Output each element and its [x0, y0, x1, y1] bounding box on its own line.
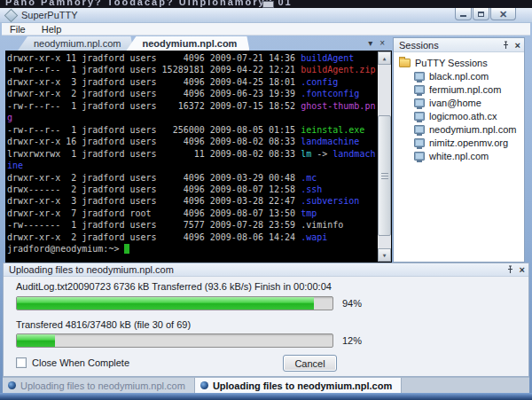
upload-panel-title: Uploading files to neodymium.npl.com [9, 264, 174, 275]
bottom-tab-0[interactable]: Uploading files to neodymium.npl.com [3, 378, 195, 393]
close-icon: ✕ [499, 10, 507, 19]
pin-icon[interactable] [505, 265, 514, 274]
session-tab-1[interactable]: neodymium.npl.com [126, 36, 249, 51]
superputty-window: Pano Pamnory? Toodacap? UInplonamory? 01… [0, 0, 532, 400]
sessions-panel-header: Sessions × [394, 38, 524, 52]
session-item-label: logicmoo.ath.cx [429, 111, 497, 122]
maximize-button[interactable] [473, 8, 489, 20]
session-item-label: black.npl.com [429, 71, 489, 82]
menu-file[interactable]: File [2, 24, 34, 35]
scrollbar-thumb[interactable] [378, 115, 391, 236]
current-file-progressbar [16, 296, 333, 310]
upload-status-icon [8, 381, 16, 389]
terminal-line: -rw-r--r-- 1 jradford users 256000 2009-… [7, 124, 377, 136]
pin-icon[interactable] [501, 41, 510, 50]
terminal-line: drwxr-xr-x 2 jradford users 4096 2009-06… [7, 88, 377, 99]
session-item[interactable]: ivan@home [399, 96, 522, 109]
monitor-icon [414, 112, 425, 121]
scrollbar-grip-icon [381, 173, 388, 174]
terminal-line: drwxr-xr-x 11 jradford users 4096 2009-0… [7, 52, 377, 64]
scroll-down-icon[interactable]: ▼ [378, 248, 391, 262]
upload-status-icon [200, 381, 208, 389]
current-file-status: AuditLog.txt20090723 6736 kB Transferred… [16, 281, 332, 292]
sessions-root-folder[interactable]: PuTTY Sessions [399, 56, 522, 69]
minimize-button[interactable] [455, 8, 472, 20]
background-window-fragment: Pano Pamnory? Toodacap? UInplonamory? 01 [5, 0, 293, 7]
terminal-scrollbar[interactable]: ▲ ▼ [378, 51, 391, 262]
title-bar: SuperPuTTY ✕ [0, 8, 532, 23]
session-item-label: white.npl.com [429, 151, 489, 161]
session-tab-strip: neodymium.npl.comneodymium.npl.com ▾ × [2, 35, 392, 51]
terminal-line: ine [7, 160, 377, 171]
bottom-tab-label: Uploading files to neodymium.npl.com [213, 380, 392, 391]
overall-progress-fill [17, 334, 55, 347]
sessions-panel-title: Sessions [399, 40, 439, 51]
terminal-output: drwxr-xr-x 11 jradford users 4096 2009-0… [7, 52, 377, 263]
upload-panel-header: Uploading files to neodymium.npl.com × [4, 263, 528, 277]
terminal-line: lrwxrwxrwx 1 jradford users 11 2009-08-0… [7, 148, 377, 160]
tab-dropdown-icon[interactable]: ▾ [368, 38, 372, 48]
session-item-label: neodymium.npl.com [429, 124, 516, 135]
session-item[interactable]: nimitz.openmv.org [399, 136, 522, 149]
bottom-tab-label: Uploading files to neodymium.npl.com [20, 380, 185, 391]
background-window-strip: Pano Pamnory? Toodacap? UInplonamory? 01 [0, 0, 532, 8]
terminal-line: drwx------ 2 jradford users 4096 2009-08… [7, 184, 377, 195]
session-item[interactable]: neodymium.npl.com [399, 122, 522, 136]
scroll-up-icon[interactable]: ▲ [378, 51, 391, 65]
window-bottom-border [0, 393, 532, 400]
overall-percent: 12% [342, 335, 362, 346]
terminal-line: drwxr-xr-x 2 jradford users 4096 2009-08… [7, 231, 377, 243]
cancel-button[interactable]: Cancel [283, 355, 337, 372]
tab-close-icon[interactable]: × [379, 38, 385, 48]
window-title: SuperPuTTY [21, 10, 78, 20]
menu-bar: File Help [2, 23, 530, 35]
terminal[interactable]: drwxr-xr-x 11 jradford users 4096 2009-0… [5, 51, 392, 263]
monitor-icon [414, 98, 425, 107]
sessions-root-label: PuTTY Sessions [415, 58, 488, 68]
terminal-line: drwxr-xr-x 3 jradford users 4096 2009-03… [7, 195, 377, 207]
terminal-line: drwxr-xr-x 16 jradford users 4096 2009-0… [7, 136, 377, 147]
session-item-label: nimitz.openmv.org [429, 137, 508, 148]
monitor-icon [414, 72, 425, 81]
close-panel-icon[interactable]: × [515, 41, 520, 50]
terminal-line: g [7, 112, 377, 123]
close-when-complete-label: Close When Complete [32, 357, 129, 368]
close-panel-icon[interactable]: × [520, 265, 525, 274]
close-when-complete-checkbox[interactable] [16, 357, 27, 368]
upload-panel: Uploading files to neodymium.npl.com × A… [3, 263, 529, 377]
terminal-line: -rw-r--r-- 1 jradford users 16372 2009-0… [7, 100, 377, 112]
current-file-percent: 94% [342, 298, 362, 309]
terminal-line: drwxr-xr-x 2 jradford users 4096 2009-03… [7, 172, 377, 184]
session-item[interactable]: white.npl.com [399, 149, 522, 162]
maximize-icon [478, 12, 484, 17]
app-icon [4, 8, 19, 22]
terminal-line: -rw-r--r-- 1 jradford users 15289181 200… [7, 64, 377, 75]
monitor-icon [414, 138, 425, 147]
terminal-line: -rw------- 1 jradford users 7577 2009-07… [7, 219, 377, 231]
overall-progressbar [16, 333, 333, 348]
menu-help[interactable]: Help [34, 24, 70, 35]
bottom-tab-1[interactable]: Uploading files to neodymium.npl.com [195, 378, 402, 393]
sessions-tree: PuTTY Sessions black.npl.comfermium.npl.… [394, 52, 524, 162]
session-item-label: fermium.npl.com [429, 84, 501, 95]
bottom-tab-strip: Uploading files to neodymium.npl.comUplo… [3, 377, 529, 393]
session-item[interactable]: black.npl.com [399, 69, 522, 82]
sessions-list: black.npl.comfermium.npl.comivan@homelog… [399, 69, 522, 162]
session-item[interactable]: fermium.npl.com [399, 82, 522, 96]
background-window-button [262, 1, 274, 8]
monitor-icon [414, 125, 425, 134]
terminal-line: jradford@neodymium:~> [7, 243, 377, 255]
minimize-icon [460, 15, 466, 17]
session-tab-0[interactable]: neodymium.npl.com [18, 36, 133, 51]
terminal-cursor [124, 244, 129, 254]
sessions-panel: Sessions × PuTTY Sessions black.npl.comf… [393, 37, 525, 263]
monitor-icon [414, 152, 425, 161]
overall-status: Transfered 4816/37480 kB (file 30 of 69) [16, 319, 191, 330]
session-item-label: ivan@home [429, 98, 481, 108]
current-file-progress-fill [17, 297, 314, 310]
terminal-line: drwxr-xr-x 3 jradford users 4096 2009-04… [7, 76, 377, 88]
monitor-icon [414, 85, 425, 94]
close-window-button[interactable]: ✕ [490, 8, 516, 20]
session-item[interactable]: logicmoo.ath.cx [399, 109, 522, 122]
terminal-line: drwxr-xr-x 7 jradford root 4096 2009-08-… [7, 208, 377, 219]
